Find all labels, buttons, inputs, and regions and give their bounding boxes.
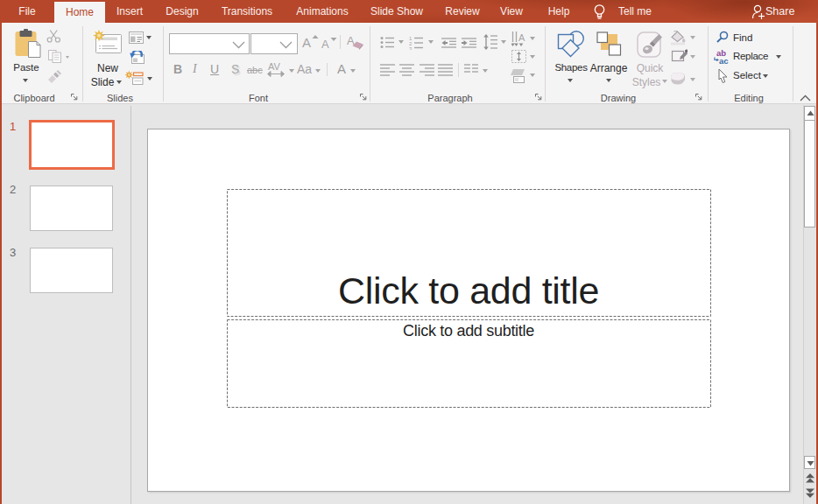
svg-text:3: 3 xyxy=(409,46,413,51)
svg-text:ac: ac xyxy=(719,56,729,65)
svg-text:A: A xyxy=(518,32,525,43)
